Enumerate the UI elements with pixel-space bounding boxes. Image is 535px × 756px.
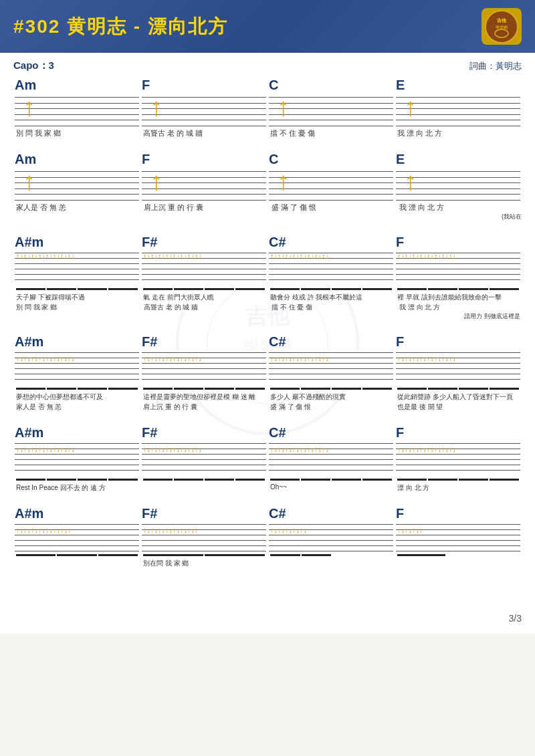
chord-col-am-2: Am ↑ [13,152,140,201]
chord-col-csharp-1: C# ↑↓↑↓↑↓↑↓↑↓↑↓↑↓↑↓ [268,235,395,291]
logo: 吉他 學習網 [481,8,522,45]
lyric-s3-3b: 擋 不 住 憂 傷 [269,303,397,321]
chord-col-f-2: F ↑ [140,152,268,201]
chord-fsharp-4: F# [142,506,266,521]
chord-ashm-4: A#m [15,506,139,521]
chord-col-c-1: C ↑ [268,78,395,126]
chord-col-f-4: F ↑↓↑↓↑↓↑↓↑↓↑↓↑↓↑↓ [395,334,522,391]
chord-col-fsharp-1: F# ↑↓↑↓↑↓↑↓↑↓↑↓↑↓↑↓ [140,235,268,291]
lyric-s6-2: 別在問 我 家 鄉 [140,559,268,568]
chord-f-3: F [396,235,520,250]
lyric-s3-1a: 天子腳 下被踩得喘不過 [13,293,140,302]
chord-fsharp-2: F# [142,334,266,350]
capo-text: Capo：3 [13,59,54,72]
section-6: A#m ↑↓↑↓↑↓↑↓↑↓↑↓↑↓↑ [13,506,522,568]
lyric-s2-4: 我 漂 向 北 方 [397,203,522,213]
chord-csharp-4: C# [269,506,393,521]
lyric-s2-1: 家人是 否 無 恙 [13,203,141,221]
lyric-s3-extra: 請用力 到徹底這裡是 [397,312,522,321]
lyric-s3-2b: 高聳古 老 的 城 牆 [141,303,269,321]
main-content: 吉他 學習網 Capo：3 詞曲：黃明志 Am [0,53,535,634]
lyric-s4-3b: 盛 滿 了 傷 恨 [268,402,395,412]
lyric-s1-1: 別 問 我 家 鄉 [13,128,140,138]
chord-col-fsharp-3: F# ↑↓↑↓↑↓↑↓↑↓↑↓↑↓↑↓ [140,425,268,482]
chord-col-csharp-3: C# ↑↓↑↓↑↓↑↓↑↓↑↓↑↓↑↓ [268,425,395,482]
lyric-s6-1 [13,559,140,568]
lyric-s3-3a: 聽會分 歧或 許 我根本不屬於這 [268,293,395,302]
lyric-s5-4: 漂 向 北 方 [395,483,522,493]
chord-col-fsharp-4: F# ↑↓↑↓↑↓↑↓↑↓↑↓↑↓↑ [140,506,268,557]
chord-f-4: F [396,334,520,350]
chord-f-2: F [142,152,266,167]
lyric-s2-2: 肩上沉 重 的 行 囊 [141,203,269,221]
lyric-s6-4 [395,559,522,568]
section-1: Am ↑ F [13,78,522,138]
chord-ashm-3: A#m [15,425,139,440]
lyric-s4-2a: 這裡是靈夢的聖地但卻裡是模 糊 迷 離 [140,392,268,402]
chord-e-1: E [396,78,520,93]
lyric-s3-4a: 裡 早就 該到去誰能給我致命的一擊 [395,293,522,302]
chord-ashm-2: A#m [15,334,139,350]
chord-col-f-3: F ↑↓↑↓↑↓↑↓↑↓↑↓↑↓↑↓ [395,235,522,291]
lyric-s1-4: 我 漂 向 北 方 [395,128,522,138]
lyric-s3-2a: 氣 走在 前門大街眾人瞧 [140,293,268,302]
chord-f-6: F [396,506,520,521]
lyric-s4-1a: 夢想的中心但夢想都遙不可及 [13,392,140,402]
chord-fsharp-1: F# [142,235,266,250]
chord-csharp-3: C# [269,425,393,440]
chord-col-csharp-2: C# ↑↓↑↓↑↓↑↓↑↓↑↓↑↓↑↓ [268,334,395,391]
header: #302 黄明志 - 漂向北方 吉他 學習網 [0,0,535,53]
chord-col-f-6: F ↑↓↑↓↑↓↑ [395,506,522,557]
chord-col-f-1: F ↑ [140,78,268,126]
lyric-s3-1b: 別 問 我 家 鄉 [13,303,141,321]
svg-text:學習網: 學習網 [496,25,508,29]
meta-row: Capo：3 詞曲：黃明志 [13,59,522,72]
lyric-s5-2 [140,483,268,493]
chord-col-ashm-2: A#m ↑↓↑↓↑↓↑↓↑↓↑↓↑↓↑↓ [13,334,140,391]
chord-fsharp-3: F# [142,425,266,440]
chord-col-csharp-4: C# ↑↓↑↓↑↓↑↓↑↓ [268,506,395,557]
chord-col-e-1: E ↑ [395,78,522,126]
lyric-s4-2b: 肩上沉 重 的 行 囊 [140,402,268,412]
chord-col-ashm-3: A#m ↑↓↑↓↑↓↑↓↑↓↑↓↑↓↑↓ [13,425,140,482]
chord-col-c-2: C ↑ [268,152,395,201]
chord-f-1: F [142,78,266,93]
lyric-s4-1b: 家人是 否 無 恙 [13,402,140,412]
lyric-s5-3: Oh~~ [268,483,395,493]
chord-col-e-2: E ↑ [395,152,522,201]
lyric-s1-2: 高聳古 老 的 城 牆 [140,128,268,138]
chord-am-2: Am [15,152,139,167]
chord-c-2: C [269,152,393,167]
page-number: 3/3 [509,613,522,624]
chord-csharp-2: C# [269,334,393,350]
chord-col-ashm-1: A#m ↑↓↑↓↑↓↑↓↑↓↑↓↑↓↑↓ [13,235,140,291]
composer-text: 詞曲：黃明志 [469,60,522,72]
section-5: A#m ↑↓↑↓↑↓↑↓↑↓↑↓↑↓↑↓ [13,425,522,493]
lyric-s1-3: 擋 不 住 憂 傷 [268,128,395,138]
chord-csharp-1: C# [269,235,393,250]
svg-text:吉他: 吉他 [497,17,507,23]
lyric-s6-3 [268,559,395,568]
lyric-s5-1: Rest In Peace 回不去 的 遠 方 [13,483,140,493]
section-2: Am ↑ F [13,152,522,221]
section-3: A#m ↑↓↑↓↑↓↑↓↑↓↑↓↑↓↑↓ [13,235,522,321]
chord-c-1: C [269,78,393,93]
lyric-s4-4b: 也是最 後 開 望 [395,402,522,412]
lyric-s2-3: 盛 滿 了 傷 恨 [269,203,397,221]
lyric-s3-4b: 我 漂 向 北 方 [397,303,522,312]
chord-e-2: E [396,152,520,167]
chord-col-am-1: Am ↑ [13,78,140,126]
chord-col-ashm-4: A#m ↑↓↑↓↑↓↑↓↑↓↑↓↑↓↑ [13,506,140,557]
chord-f-5: F [396,425,520,440]
lyric-s4-3a: 多少人 嚴不過殘酷的現實 [268,392,395,402]
chord-col-fsharp-2: F# ↑↓↑↓↑↓↑↓↑↓↑↓↑↓↑↓ [140,334,268,391]
chord-ashm-1: A#m [15,235,139,250]
section-4: A#m ↑↓↑↓↑↓↑↓↑↓↑↓↑↓↑↓ [13,334,522,412]
page-title: #302 黄明志 - 漂向北方 [13,14,228,39]
note-s2: (我站在 [397,213,522,221]
chord-col-f-5: F ↑↓↑↓↑↓↑↓↑↓↑↓↑↓↑↓ [395,425,522,482]
chord-am-1: Am [15,78,139,93]
lyric-s4-4a: 從此銷聲跡 多少人船入了昏迷對下一頁 [395,392,522,402]
